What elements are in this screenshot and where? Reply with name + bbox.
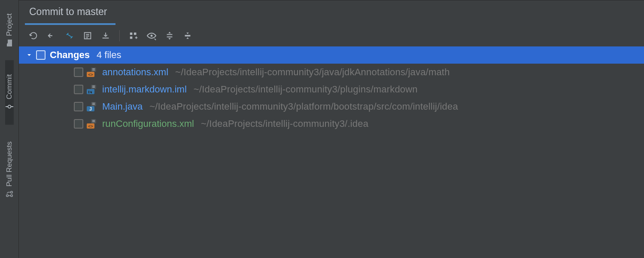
expand-icon [165,31,174,40]
toolwindow-tab-project[interactable]: Project [5,0,14,60]
toolwindow-tab-commit[interactable]: Commit [5,60,14,125]
file-path: ~/IdeaProjects/intellij-community3/platf… [149,101,458,112]
show-diff-button[interactable] [61,27,78,44]
changelist-button[interactable] [79,27,96,44]
changelist-icon [83,31,92,40]
svg-point-3 [6,195,8,197]
svg-text:<>: <> [88,124,93,129]
svg-point-10 [151,35,153,37]
tab-label: Commit to master [29,6,107,18]
file-row[interactable]: <> annotations.xml ~/IdeaProjects/intell… [19,64,644,81]
file-row[interactable]: J Main.java ~/IdeaProjects/intellij-comm… [19,98,644,115]
toolwindow-label: Project [5,14,14,37]
group-checkbox[interactable] [36,50,46,60]
chevron-down-icon[interactable] [25,51,33,59]
collapse-all-button[interactable] [179,27,196,44]
svg-rect-18 [91,102,96,106]
file-name: runConfigurations.xml [102,118,194,129]
shelve-button[interactable] [97,27,114,44]
collapse-icon [183,31,192,40]
panel-tabbar: Commit to master [19,0,644,25]
file-checkbox[interactable] [74,85,83,94]
file-row[interactable]: intellij.markdown.iml ~/IdeaProjects/int… [19,81,644,98]
svg-rect-9 [130,37,133,39]
svg-rect-15 [91,85,96,89]
group-label: Changes [50,49,90,61]
file-row[interactable]: <> runConfigurations.xml ~/IdeaProjects/… [19,115,644,132]
file-checkbox[interactable] [74,68,83,77]
eye-icon [146,31,157,40]
svg-rect-7 [130,33,133,35]
refresh-button[interactable] [25,27,42,44]
file-checkbox[interactable] [74,102,83,111]
file-path: ~/IdeaProjects/intellij-community3/java/… [175,67,450,78]
iml-file-icon [86,84,97,95]
expand-all-button[interactable] [161,27,178,44]
xml-file-icon: <> [86,67,97,78]
left-toolwindow-strip: Project Commit Pull Requests [0,0,19,258]
svg-text:<>: <> [88,72,93,77]
commit-panel: Commit to master [19,0,644,258]
file-path: ~/IdeaProjects/intellij-community3/.idea [201,118,368,129]
java-file-icon: J [86,101,97,112]
toolwindow-tab-pull-requests[interactable]: Pull Requests [5,125,14,215]
toolwindow-label: Pull Requests [5,142,14,187]
pull-request-icon [6,190,13,198]
undo-icon [47,31,56,40]
file-path: ~/IdeaProjects/intellij-community3/plugi… [194,84,418,95]
toolwindow-label: Commit [5,74,14,100]
shelve-icon [101,31,110,40]
commit-toolbar [19,25,644,46]
rollback-button[interactable] [43,27,60,44]
group-icon [129,31,138,40]
commit-icon [6,103,13,111]
changes-tree[interactable]: Changes 4 files <> annotations.xml ~/Ide… [19,46,644,258]
changes-group-row[interactable]: Changes 4 files [19,46,644,64]
file-checkbox[interactable] [74,119,83,129]
file-name: annotations.xml [102,67,168,78]
svg-rect-21 [91,119,96,123]
toolbar-separator [119,30,120,41]
file-name: intellij.markdown.iml [102,84,187,95]
svg-rect-13 [91,68,96,72]
refresh-icon [29,31,38,40]
group-by-button[interactable] [125,27,142,44]
tab-commit-to-master[interactable]: Commit to master [25,0,115,25]
project-icon [6,39,13,47]
svg-text:J: J [89,106,92,112]
diff-icon [65,31,74,40]
view-options-button[interactable] [143,27,160,44]
xml-file-icon: <> [86,118,97,129]
group-count: 4 files [97,49,121,61]
svg-rect-8 [134,33,137,35]
svg-point-0 [8,105,11,108]
file-name: Main.java [102,101,143,112]
